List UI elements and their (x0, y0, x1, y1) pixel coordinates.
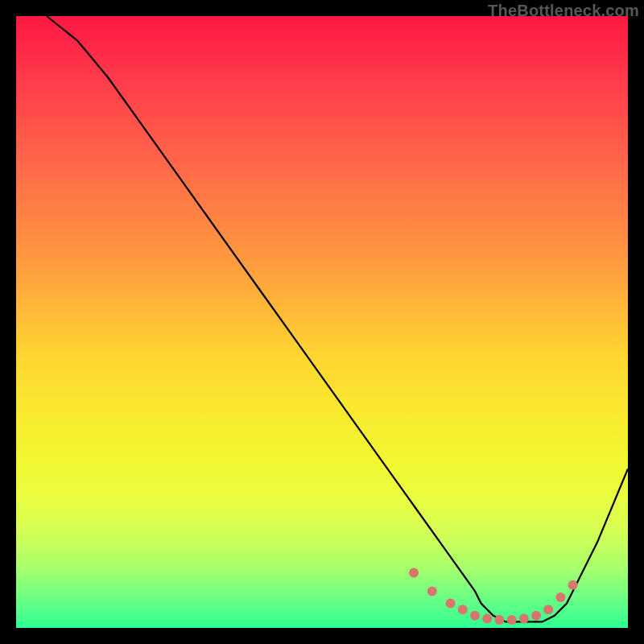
valley-dot (446, 599, 456, 609)
valley-dot (507, 615, 517, 625)
valley-dot (519, 614, 529, 624)
chart-frame (16, 16, 628, 628)
valley-dot (531, 611, 541, 621)
valley-dot (543, 605, 553, 614)
valley-dot (555, 592, 565, 602)
valley-dot (427, 586, 437, 596)
valley-dot (568, 580, 578, 590)
bottleneck-curve (47, 16, 628, 621)
valley-dot (409, 568, 419, 578)
watermark-text: TheBottleneck.com (488, 2, 639, 20)
valley-dot (458, 605, 468, 614)
valley-dot (482, 614, 492, 624)
valley-dot (470, 611, 480, 621)
chart-svg (16, 16, 628, 628)
valley-dot (494, 615, 504, 625)
